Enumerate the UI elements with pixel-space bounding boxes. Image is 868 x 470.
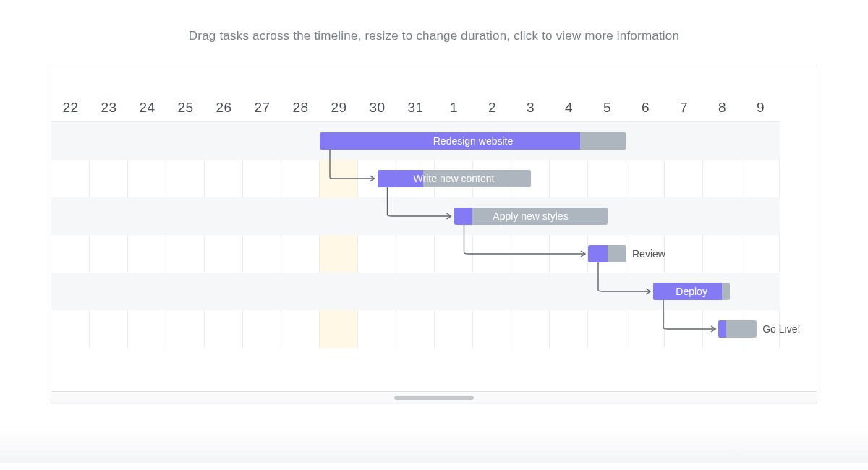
gantt-date-cell: 9 bbox=[741, 100, 780, 121]
gantt-date-cell: 25 bbox=[166, 100, 205, 121]
task-progress bbox=[718, 320, 726, 338]
gantt-date-cell: 5 bbox=[588, 100, 626, 121]
gantt-row: Redesign website bbox=[51, 122, 780, 160]
gantt-row: Apply new styles bbox=[51, 197, 780, 235]
gantt-panel: 22232425262728293031123456789 Redesign w… bbox=[51, 64, 817, 403]
gantt-date-cell: 1 bbox=[435, 100, 473, 121]
gantt-date-cell: 3 bbox=[511, 100, 550, 121]
task-label: Review bbox=[632, 248, 665, 260]
gantt-row: Deploy bbox=[51, 273, 780, 310]
gantt-row: Write new content bbox=[51, 160, 780, 197]
gantt-date-cell: 28 bbox=[281, 100, 320, 121]
gantt-row: Review bbox=[51, 235, 780, 273]
task-progress bbox=[653, 283, 722, 300]
task-bar-deploy[interactable]: Deploy bbox=[653, 283, 730, 300]
task-progress bbox=[588, 245, 608, 262]
gantt-row: Go Live! bbox=[51, 310, 780, 348]
task-progress bbox=[454, 208, 472, 225]
gantt-date-cell: 2 bbox=[473, 100, 511, 121]
gantt-date-cell: 26 bbox=[205, 100, 243, 121]
horizontal-scrollbar-thumb[interactable] bbox=[394, 396, 474, 400]
task-bar-golive[interactable]: Go Live! bbox=[718, 320, 757, 338]
task-progress bbox=[320, 132, 580, 150]
gantt-date-cell: 8 bbox=[703, 100, 741, 121]
task-bar-content[interactable]: Write new content bbox=[378, 170, 531, 187]
horizontal-scrollbar-track[interactable] bbox=[51, 391, 817, 403]
gantt-date-cell: 24 bbox=[128, 100, 166, 121]
gantt-inner: 22232425262728293031123456789 Redesign w… bbox=[51, 64, 780, 348]
gantt-date-cell: 22 bbox=[51, 100, 90, 121]
gantt-date-cell: 31 bbox=[396, 100, 435, 121]
gantt-date-header: 22232425262728293031123456789 bbox=[51, 64, 780, 122]
gantt-scroll-region[interactable]: 22232425262728293031123456789 Redesign w… bbox=[51, 64, 817, 403]
page-bottom-shadow bbox=[0, 427, 868, 463]
task-bar-review[interactable]: Review bbox=[588, 245, 626, 262]
gantt-date-cell: 23 bbox=[90, 100, 128, 121]
gantt-date-cell: 4 bbox=[550, 100, 588, 121]
task-bar-styles[interactable]: Apply new styles bbox=[454, 208, 608, 225]
gantt-date-cell: 7 bbox=[665, 100, 703, 121]
instructions-text: Drag tasks across the timeline, resize t… bbox=[0, 0, 868, 64]
gantt-date-cell: 27 bbox=[243, 100, 281, 121]
task-bar-redesign[interactable]: Redesign website bbox=[320, 132, 626, 150]
gantt-date-cell: 29 bbox=[320, 100, 358, 121]
task-progress bbox=[378, 170, 424, 187]
gantt-date-cell: 30 bbox=[358, 100, 396, 121]
gantt-body: Redesign websiteWrite new contentApply n… bbox=[51, 122, 780, 348]
task-label: Go Live! bbox=[762, 323, 800, 335]
task-label: Apply new styles bbox=[454, 210, 608, 222]
gantt-date-cell: 6 bbox=[626, 100, 665, 121]
